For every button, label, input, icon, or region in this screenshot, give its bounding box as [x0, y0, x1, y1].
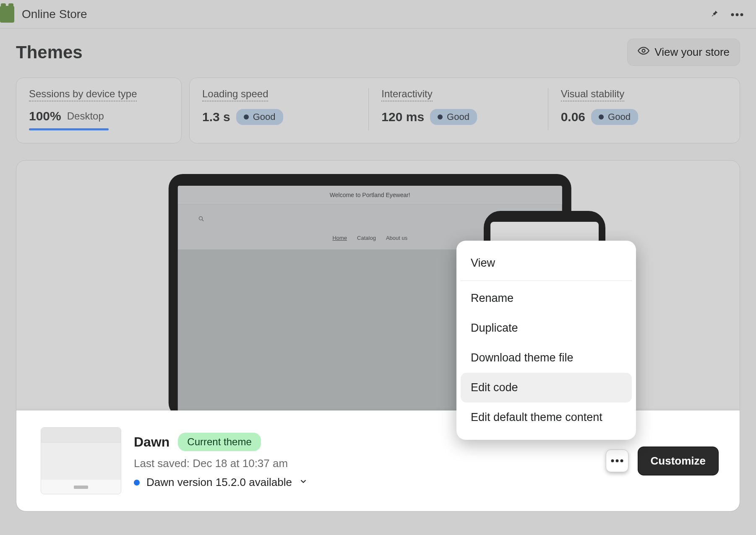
menu-item-view[interactable]: View — [461, 248, 632, 278]
topbar: Online Store — [0, 0, 756, 29]
metric-label: Interactivity — [381, 88, 432, 101]
theme-more-actions-button[interactable] — [606, 449, 628, 472]
mock-nav-catalog: Catalog — [357, 235, 376, 241]
metric-stability: Visual stability 0.06 Good — [548, 88, 727, 130]
theme-info: Dawn Current theme Last saved: Dec 18 at… — [134, 433, 308, 489]
topbar-left: Online Store — [0, 6, 87, 23]
theme-update-label: Dawn version 15.2.0 available — [146, 476, 292, 489]
menu-item-duplicate[interactable]: Duplicate — [461, 313, 632, 343]
metric-badge: Good — [591, 109, 638, 125]
customize-label: Customize — [651, 454, 706, 467]
svg-point-1 — [736, 13, 739, 16]
theme-actions-menu: View Rename Duplicate Download theme fil… — [456, 241, 636, 440]
metric-interactivity: Interactivity 120 ms Good — [368, 88, 547, 130]
app-logo-icon — [0, 6, 14, 23]
metric-card-sessions[interactable]: Sessions by device type 100% Desktop — [16, 78, 182, 143]
mock-nav-about: About us — [386, 235, 407, 241]
svg-line-5 — [202, 220, 203, 221]
sessions-progress-bar — [29, 128, 109, 130]
menu-item-download-theme-file[interactable]: Download theme file — [461, 343, 632, 373]
page-header: Themes View your store — [0, 29, 756, 74]
svg-point-8 — [620, 460, 623, 462]
app-title: Online Store — [22, 8, 87, 21]
theme-name: Dawn — [134, 434, 169, 450]
mock-nav-home: Home — [332, 235, 347, 241]
theme-thumbnail[interactable] — [41, 427, 121, 494]
dot-icon — [244, 114, 249, 119]
dot-icon — [438, 114, 443, 119]
metric-value: 1.3 s — [202, 110, 230, 124]
metric-card-web-vitals[interactable]: Loading speed 1.3 s Good Interactivity 1… — [189, 78, 740, 143]
metrics-row: Sessions by device type 100% Desktop Loa… — [0, 74, 756, 143]
svg-point-0 — [731, 13, 734, 16]
menu-item-edit-default-theme-content[interactable]: Edit default theme content — [461, 403, 632, 432]
metric-value: 100% — [29, 109, 61, 123]
eye-icon — [638, 45, 649, 60]
more-horizontal-icon[interactable] — [731, 10, 743, 18]
metric-label: Visual stability — [561, 88, 625, 101]
svg-point-3 — [642, 49, 645, 52]
topbar-right — [710, 8, 748, 21]
theme-update-available[interactable]: Dawn version 15.2.0 available — [134, 476, 308, 489]
svg-point-4 — [199, 217, 202, 220]
pin-icon[interactable] — [710, 8, 719, 21]
view-your-store-label: View your store — [654, 46, 730, 59]
update-dot-icon — [134, 480, 140, 486]
theme-actions: Customize — [606, 447, 719, 475]
metric-badge: Good — [430, 109, 477, 125]
customize-button[interactable]: Customize — [638, 447, 719, 475]
svg-point-7 — [615, 460, 618, 462]
dot-icon — [599, 114, 604, 119]
theme-last-saved: Last saved: Dec 18 at 10:37 am — [134, 457, 308, 470]
metric-loading: Loading speed 1.3 s Good — [202, 88, 368, 130]
metric-label: Loading speed — [202, 88, 268, 101]
mock-banner: Welcome to Portland Eyewear! — [178, 186, 562, 205]
metric-badge: Good — [236, 109, 283, 125]
metric-label: Sessions by device type — [29, 88, 137, 101]
svg-point-6 — [611, 460, 614, 462]
metric-sub: Desktop — [67, 110, 104, 122]
metric-value: 120 ms — [381, 110, 424, 124]
search-icon — [198, 216, 205, 223]
menu-separator — [461, 280, 632, 281]
chevron-down-icon — [299, 476, 308, 489]
svg-point-2 — [740, 13, 743, 16]
theme-status-pill: Current theme — [178, 433, 261, 451]
menu-item-edit-code[interactable]: Edit code — [461, 373, 632, 403]
menu-item-rename[interactable]: Rename — [461, 283, 632, 313]
view-your-store-button[interactable]: View your store — [627, 39, 740, 66]
page-title: Themes — [16, 42, 83, 62]
metric-value: 0.06 — [561, 110, 585, 124]
